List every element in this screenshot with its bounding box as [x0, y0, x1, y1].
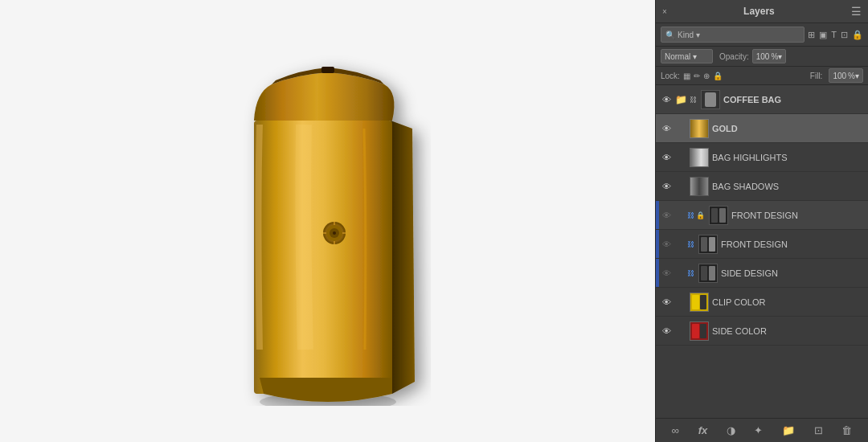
layer-name: FRONT DESIGN — [731, 211, 798, 220]
new-layer-icon[interactable]: ⊡ — [814, 424, 823, 436]
link-layers-icon[interactable]: ∞ — [672, 424, 679, 436]
kind-dropdown-arrow[interactable]: ▾ — [696, 31, 700, 39]
opacity-input[interactable]: 100 %▾ — [752, 49, 787, 63]
svg-rect-15 — [690, 178, 708, 195]
panel-header: × Layers ☰ — [656, 0, 868, 23]
delete-layer-icon[interactable]: 🗑 — [841, 424, 852, 436]
blend-row: Normal ▾ Opacity: 100 %▾ — [656, 47, 868, 67]
visibility-eye-icon[interactable]: 👁 — [659, 237, 674, 252]
svg-rect-24 — [709, 266, 715, 280]
layer-thumbnail — [690, 321, 709, 341]
layer-name: SIDE COLOR — [712, 326, 767, 336]
adjustment-filter-icon[interactable]: ▣ — [819, 30, 827, 40]
opacity-value-text: 100 — [756, 52, 770, 61]
visibility-eye-icon[interactable]: 👁 — [659, 208, 674, 223]
blend-mode-arrow: ▾ — [693, 52, 697, 61]
layer-item[interactable]: 👁 GOLD — [656, 114, 868, 143]
svg-rect-18 — [719, 208, 726, 223]
svg-rect-1 — [254, 121, 392, 394]
blend-mode-dropdown[interactable]: Normal ▾ — [661, 49, 713, 63]
shape-filter-icon[interactable]: ⊡ — [841, 30, 848, 40]
panel-menu-icon[interactable]: ☰ — [851, 5, 862, 18]
svg-rect-21 — [709, 237, 715, 252]
layers-list: 👁 📁 ⛓ COFFEE BAG 👁 — [656, 85, 868, 418]
svg-rect-20 — [701, 237, 707, 252]
layer-item[interactable]: 👁 ⛓ 🔒 FRONT DESIGN — [656, 201, 868, 230]
visibility-eye-icon[interactable]: 👁 — [659, 179, 674, 194]
layer-thumbnail — [709, 206, 728, 225]
filter-icons: ⊞ ▣ T ⊡ 🔒 — [808, 30, 863, 40]
layer-name: BAG HIGHLIGHTS — [712, 153, 788, 162]
chain-icon: ⛓ — [687, 211, 694, 219]
layer-item[interactable]: 👁 ⛓ SIDE DESIGN — [656, 259, 868, 288]
layer-name: GOLD — [712, 124, 738, 133]
panel-bottom-toolbar: ∞ fx ◑ ✦ 📁 ⊡ 🗑 — [656, 418, 868, 442]
fill-arrow: %▾ — [848, 72, 859, 80]
layer-thumbnail — [698, 235, 718, 254]
canvas-area — [0, 0, 655, 442]
fill-value-text: 100 — [833, 72, 846, 80]
lock-pixels-icon[interactable]: ▦ — [683, 72, 690, 80]
search-bar: 🔍 Kind ▾ ⊞ ▣ T ⊡ 🔒 — [656, 23, 868, 47]
visibility-eye-icon[interactable]: 👁 — [659, 121, 674, 136]
smart-filter-icon[interactable]: 🔒 — [852, 30, 863, 40]
svg-rect-23 — [701, 266, 707, 280]
search-icon: 🔍 — [665, 31, 675, 39]
visibility-eye-icon[interactable]: 👁 — [659, 150, 674, 165]
svg-rect-13 — [690, 120, 708, 137]
visibility-eye-icon[interactable]: 👁 — [659, 295, 674, 309]
svg-point-6 — [333, 231, 336, 235]
chain-icon: ⛓ — [687, 240, 694, 248]
lock-all-icon[interactable]: 🔒 — [713, 72, 723, 80]
svg-rect-17 — [711, 208, 718, 223]
lock-move-icon[interactable]: ⊕ — [703, 72, 710, 80]
opacity-arrow: %▾ — [771, 52, 782, 61]
blend-mode-label: Normal — [665, 52, 690, 61]
layers-panel: × Layers ☰ 🔍 Kind ▾ ⊞ ▣ T ⊡ 🔒 Normal ▾ O… — [655, 0, 868, 442]
search-container: 🔍 Kind ▾ — [661, 27, 805, 43]
layer-thumbnail — [701, 90, 720, 109]
chain-icon: ⛓ — [690, 96, 697, 104]
lock-draw-icon[interactable]: ✏ — [694, 72, 700, 80]
effects-icon[interactable]: fx — [698, 424, 708, 436]
layer-item[interactable]: 👁 SIDE COLOR — [656, 317, 868, 346]
lock-label: Lock: — [661, 72, 680, 80]
chain-icon: ⛓ — [687, 269, 694, 277]
layer-name: BAG SHADOWS — [712, 182, 779, 191]
layer-thumbnail — [698, 264, 718, 283]
opacity-label: Opacity: — [719, 52, 749, 61]
layer-item[interactable]: 👁 CLIP COLOR — [656, 288, 868, 317]
type-filter-icon[interactable]: T — [831, 30, 837, 39]
layer-item[interactable]: 👁 📁 ⛓ COFFEE BAG — [656, 85, 868, 114]
layer-item[interactable]: 👁 BAG HIGHLIGHTS — [656, 143, 868, 172]
new-group-icon[interactable]: 📁 — [782, 424, 795, 436]
layer-item[interactable]: 👁 BAG SHADOWS — [656, 172, 868, 201]
layer-name: SIDE DESIGN — [721, 268, 778, 278]
kind-label: Kind — [678, 31, 694, 39]
svg-rect-26 — [692, 295, 699, 309]
layer-name: COFFEE BAG — [723, 95, 781, 104]
svg-rect-2 — [321, 67, 334, 73]
layer-color-indicator — [656, 201, 659, 229]
layer-thumbnail — [690, 119, 709, 138]
adjustment-layer-icon[interactable]: ✦ — [754, 424, 763, 436]
panel-title: Layers — [743, 6, 775, 17]
layer-thumbnail — [690, 293, 709, 312]
pixel-filter-icon[interactable]: ⊞ — [808, 30, 815, 40]
visibility-eye-icon[interactable]: 👁 — [659, 92, 674, 107]
lock-icon: 🔒 — [696, 211, 705, 219]
fill-label: Fill: — [810, 72, 823, 80]
svg-rect-29 — [692, 324, 699, 338]
layer-thumbnail — [690, 148, 709, 167]
lock-row: Lock: ▦ ✏ ⊕ 🔒 Fill: 100 %▾ — [656, 67, 868, 85]
add-mask-icon[interactable]: ◑ — [727, 424, 735, 436]
layer-name: CLIP COLOR — [712, 297, 765, 307]
fill-input[interactable]: 100 %▾ — [829, 68, 863, 83]
visibility-eye-icon[interactable]: 👁 — [659, 324, 674, 338]
panel-close-icon[interactable]: × — [662, 7, 667, 16]
svg-rect-12 — [705, 92, 716, 107]
layer-name: FRONT DESIGN — [721, 239, 788, 249]
folder-icon: 📁 — [675, 94, 687, 105]
visibility-eye-icon[interactable]: 👁 — [659, 266, 674, 280]
layer-item[interactable]: 👁 ⛓ FRONT DESIGN — [656, 230, 868, 259]
